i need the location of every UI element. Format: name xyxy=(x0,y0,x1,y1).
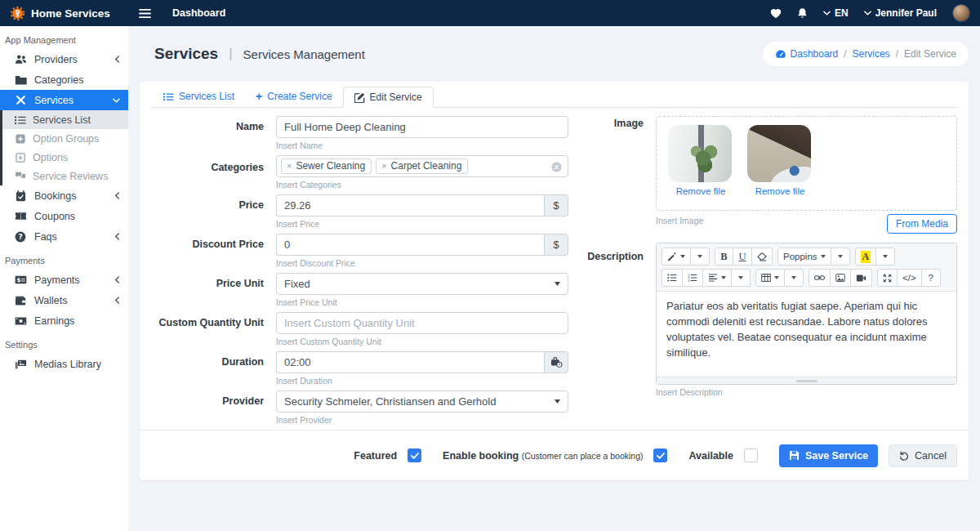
from-media-button[interactable]: From Media xyxy=(887,214,957,234)
duration-input[interactable] xyxy=(276,351,544,373)
name-input[interactable] xyxy=(276,116,568,138)
bold-button[interactable]: B xyxy=(715,248,733,266)
sidebar-item-bookings[interactable]: Bookings xyxy=(0,185,128,206)
duration-helper: Insert Duration xyxy=(276,376,568,386)
sidebar-item-label: Payments xyxy=(34,274,80,286)
sidebar-item-options[interactable]: Options xyxy=(2,148,128,167)
tab-edit-service[interactable]: Edit Service xyxy=(343,87,434,108)
wallet-icon xyxy=(14,296,27,306)
image-dropzone[interactable]: Remove file Remove file xyxy=(656,116,957,211)
price-row: Price $ Insert Price xyxy=(151,194,568,229)
insert-image-button[interactable] xyxy=(831,269,851,287)
underline-button[interactable]: U xyxy=(733,248,752,266)
description-text[interactable]: Pariatur eos ab veritatis fugiat saepe. … xyxy=(657,292,956,377)
enable-booking-label: Enable booking (Customer can place a boo… xyxy=(443,450,643,462)
editor-resize-handle[interactable] xyxy=(657,377,956,384)
sidebar-item-faqs[interactable]: ? Faqs xyxy=(0,226,128,247)
users-icon xyxy=(14,54,27,65)
font-size-dropdown[interactable] xyxy=(831,248,850,266)
code-view-button[interactable]: </> xyxy=(898,269,922,287)
sidebar-item-earnings[interactable]: Earnings xyxy=(0,310,128,331)
table-dropdown[interactable] xyxy=(755,269,785,287)
link-button[interactable] xyxy=(808,269,831,287)
price-input[interactable] xyxy=(276,194,544,216)
sidebar-item-providers[interactable]: Providers xyxy=(0,49,128,69)
sidebar-item-label: Bookings xyxy=(34,190,76,202)
clear-formatting-button[interactable] xyxy=(752,248,773,266)
help-button[interactable]: ? xyxy=(922,269,941,287)
breadcrumb-dashboard[interactable]: Dashboard xyxy=(775,48,839,60)
form: Name Insert Name Categories ×Sewer Clean… xyxy=(151,108,957,430)
cancel-button[interactable]: Cancel xyxy=(889,444,957,467)
bell-icon[interactable] xyxy=(797,7,808,19)
remove-file-link[interactable]: Remove file xyxy=(676,186,726,196)
available-checkbox[interactable] xyxy=(744,448,758,462)
price-unit-helper: Insert Price Unit xyxy=(276,297,568,307)
page-title: Services xyxy=(154,45,218,63)
tab-create-service[interactable]: + Create Service xyxy=(245,86,343,107)
remove-tag-icon[interactable]: × xyxy=(381,161,386,171)
clear-all-icon[interactable] xyxy=(551,162,562,172)
sidebar-item-label: Service Reviews xyxy=(33,171,108,182)
name-row: Name Insert Name xyxy=(151,116,568,150)
price-unit-select[interactable]: Fixed xyxy=(276,273,568,295)
sidebar-item-label: Coupons xyxy=(34,211,75,222)
sidebar-item-categories[interactable]: Categories xyxy=(0,69,128,90)
font-color-dropdown[interactable] xyxy=(876,248,895,266)
available-label: Available xyxy=(688,450,733,462)
sidebar-item-wallets[interactable]: Wallets xyxy=(0,290,128,310)
sidebar-item-label: Earnings xyxy=(34,315,74,327)
sidebar-item-option-groups[interactable]: Option Groups xyxy=(2,129,128,148)
breadcrumb-services[interactable]: Services xyxy=(853,48,890,60)
user-avatar[interactable] xyxy=(952,4,970,22)
svg-text:$: $ xyxy=(16,277,20,283)
unordered-list-button[interactable] xyxy=(662,269,683,287)
provider-select[interactable]: Security Schmeler, Christiansen and Gerh… xyxy=(276,390,568,413)
user-dropdown[interactable]: Jennifer Paul xyxy=(864,7,937,19)
custom-quantity-unit-input[interactable] xyxy=(276,312,568,334)
app-window: Home Services Dashboard EN Jennifer Paul xyxy=(0,0,980,531)
style-more-button[interactable] xyxy=(691,248,710,266)
fullscreen-button[interactable] xyxy=(877,269,898,287)
name-label: Name xyxy=(151,116,264,150)
discount-price-row: Discount Price $ Insert Discount Price xyxy=(151,234,568,268)
font-family-dropdown[interactable]: Poppins xyxy=(777,248,831,266)
remove-file-link[interactable]: Remove file xyxy=(755,186,805,196)
hamburger-menu-icon[interactable] xyxy=(139,8,151,19)
discount-price-input[interactable] xyxy=(276,234,544,256)
nav-dashboard-link[interactable]: Dashboard xyxy=(172,7,225,19)
remove-tag-icon[interactable]: × xyxy=(287,161,292,171)
sidebar-item-services-list[interactable]: Services List xyxy=(2,110,128,129)
tab-services-list[interactable]: Services List xyxy=(153,86,245,107)
enable-booking-checkbox[interactable] xyxy=(653,448,667,462)
money-check-icon: $ xyxy=(14,275,27,284)
description-row: Description xyxy=(573,243,957,397)
sidebar-item-service-reviews[interactable]: Service Reviews xyxy=(2,167,128,185)
service-image-thumbnail xyxy=(668,125,732,182)
editor-toolbar: B U Poppins xyxy=(657,243,956,292)
brand[interactable]: Home Services xyxy=(0,6,128,21)
sidebar-item-payments[interactable]: $ Payments xyxy=(0,270,128,290)
font-color-button[interactable]: A xyxy=(855,248,877,266)
sidebar-item-coupons[interactable]: Coupons xyxy=(0,206,128,226)
duration-clock-icon[interactable] xyxy=(544,351,568,373)
heart-icon[interactable] xyxy=(770,8,782,19)
language-dropdown[interactable]: EN xyxy=(823,7,849,19)
sidebar-item-medias-library[interactable]: Medias Library xyxy=(0,354,128,374)
categories-tag-input[interactable]: ×Sewer Cleaning ×Carpet Cleaning xyxy=(276,155,568,177)
provider-label: Provider xyxy=(151,390,264,425)
save-icon xyxy=(789,450,800,461)
table-more-dropdown[interactable] xyxy=(785,269,804,287)
currency-addon: $ xyxy=(544,194,568,216)
save-service-button[interactable]: Save Service xyxy=(779,444,878,467)
ordered-list-button[interactable]: 123 xyxy=(683,269,703,287)
featured-checkbox[interactable] xyxy=(408,448,421,462)
line-height-dropdown[interactable] xyxy=(732,269,751,287)
paragraph-align-dropdown[interactable] xyxy=(703,269,732,287)
language-label: EN xyxy=(835,7,849,19)
photo-film-icon xyxy=(14,359,27,369)
insert-video-button[interactable] xyxy=(851,269,872,287)
tools-icon xyxy=(14,95,27,105)
sidebar-item-services[interactable]: Services xyxy=(0,90,128,110)
style-dropdown-button[interactable] xyxy=(662,248,691,266)
